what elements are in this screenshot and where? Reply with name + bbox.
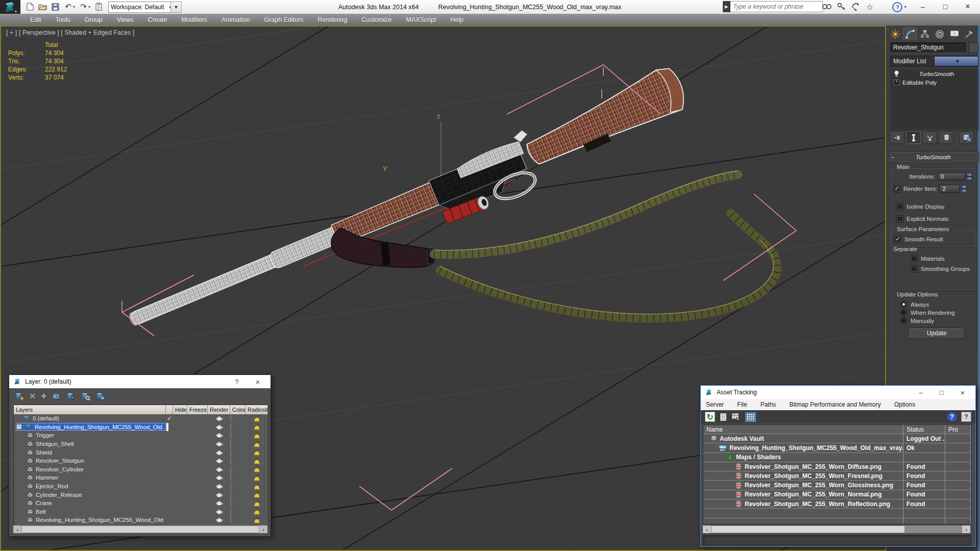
scroll-left-icon[interactable]: ‹ xyxy=(703,525,711,533)
layer-row[interactable]: Trigger xyxy=(14,431,268,440)
color-cell[interactable] xyxy=(230,432,246,438)
asset-name-cell[interactable]: PNGRevolver_Shotgun_MC_255_Worn_Normal.p… xyxy=(703,490,903,499)
asset-name-cell[interactable]: Autodesk Vault xyxy=(703,434,903,443)
render-cell[interactable] xyxy=(208,492,230,497)
layer-row[interactable]: Cylinder_Release xyxy=(14,490,268,499)
color-swatch[interactable] xyxy=(230,516,231,523)
context-help-icon[interactable]: ? xyxy=(961,412,971,422)
menu-create[interactable]: Create xyxy=(141,16,175,23)
make-unique-button[interactable] xyxy=(923,132,937,144)
object-color-swatch[interactable] xyxy=(969,42,978,53)
layer-row-name[interactable]: Belt xyxy=(27,508,166,515)
search-input[interactable] xyxy=(730,1,823,12)
table-select-icon[interactable] xyxy=(731,413,741,421)
smoothing-groups-checkbox[interactable]: ✓ xyxy=(911,265,918,272)
minimize-button[interactable]: – xyxy=(912,0,934,13)
menu-rendering[interactable]: Rendering xyxy=(311,16,355,23)
isoline-checkbox[interactable]: ✓ xyxy=(896,203,903,210)
layer-col-freeze[interactable]: Freeze xyxy=(187,405,208,414)
radiosity-cell[interactable] xyxy=(246,423,268,430)
layer-help-button[interactable]: ? xyxy=(228,378,246,386)
redo-dropdown-caret[interactable]: ▾ xyxy=(88,5,92,9)
asset-name-cell[interactable]: PNGRevolver_Shotgun_MC_255_Worn_Fresnel.… xyxy=(703,471,903,481)
save-file-button[interactable] xyxy=(49,1,62,12)
radiosity-cell[interactable] xyxy=(246,449,268,456)
color-swatch[interactable] xyxy=(230,491,231,498)
tab-motion[interactable] xyxy=(933,28,946,40)
asset-row[interactable]: Maps / Shaders xyxy=(703,453,971,462)
menu-maxscript[interactable]: MAXScript xyxy=(399,16,443,23)
new-file-button[interactable] xyxy=(23,1,36,12)
modifier-list-dropdown[interactable]: Modifier List ▼ xyxy=(890,56,978,67)
tab-modify[interactable] xyxy=(903,28,917,40)
color-cell[interactable] xyxy=(230,458,246,464)
highlight-layer-icon[interactable] xyxy=(81,392,90,400)
layer-row[interactable]: Shield xyxy=(14,448,268,457)
color-cell[interactable] xyxy=(230,466,246,472)
color-swatch[interactable] xyxy=(230,440,231,447)
asset-col-pro[interactable]: Pro xyxy=(945,425,971,434)
color-cell[interactable] xyxy=(230,441,246,447)
configure-modifier-sets-button[interactable] xyxy=(960,132,974,144)
subscription-key-icon[interactable] xyxy=(834,1,848,12)
radiosity-cell[interactable] xyxy=(246,508,268,515)
refresh-icon[interactable]: ↻ xyxy=(705,412,715,422)
add-to-layer-icon[interactable]: + xyxy=(41,391,46,402)
layer-row-name[interactable]: 0 (default) xyxy=(16,415,166,422)
web-help-icon[interactable]: ? xyxy=(947,412,957,421)
layer-row[interactable]: 0 (default)✓ xyxy=(14,414,268,423)
always-radio[interactable] xyxy=(900,301,907,308)
undo-dropdown-caret[interactable]: ▾ xyxy=(73,5,77,9)
menu-animation[interactable]: Animation xyxy=(214,16,257,23)
asset-dialog-titlebar[interactable]: Asset Tracking – □ × xyxy=(701,386,975,399)
color-swatch[interactable] xyxy=(230,483,231,490)
layer-row[interactable]: Crane xyxy=(14,499,268,508)
stack-item-turbosmooth[interactable]: TurboSmooth xyxy=(891,69,978,78)
update-button[interactable]: Update xyxy=(909,328,965,339)
search-icon[interactable] xyxy=(820,1,834,12)
color-swatch[interactable] xyxy=(230,508,231,515)
search-history-button[interactable]: ▶ xyxy=(723,1,730,12)
asset-name-cell[interactable]: MAXRevolving_Hunting_Shotgun_MC255_Wood_… xyxy=(703,443,903,453)
render-cell[interactable] xyxy=(208,433,230,438)
layer-hscrollbar[interactable]: ‹ › xyxy=(13,525,267,533)
render-iters-checkbox[interactable]: ✓ xyxy=(893,185,900,192)
layer-col-current[interactable] xyxy=(166,405,173,414)
tab-hierarchy[interactable] xyxy=(918,28,932,40)
iterations-spinner[interactable]: 0 xyxy=(938,172,965,181)
color-cell[interactable] xyxy=(230,509,246,515)
workspace-flyout-button[interactable]: ▼ xyxy=(170,2,182,13)
menu-views[interactable]: Views xyxy=(109,16,140,23)
asset-row[interactable]: PNGRevolver_Shotgun_MC_255_Worn_Glossine… xyxy=(703,481,971,490)
layer-row-name[interactable]: Revolver_Cylinder xyxy=(27,465,166,473)
color-cell[interactable] xyxy=(230,517,246,523)
current-layer-cell[interactable]: ✓ xyxy=(166,415,173,422)
stack-item-editable-poly[interactable]: + Editable Poly xyxy=(891,78,978,87)
shotgun-model[interactable] xyxy=(119,63,696,352)
layer-col-radiosity[interactable]: Radiosity xyxy=(246,405,268,414)
asset-col-name[interactable]: Name xyxy=(703,425,903,434)
render-cell[interactable] xyxy=(208,467,230,472)
color-swatch[interactable] xyxy=(230,499,231,507)
layer-row[interactable]: -Revolving_Hunting_Shotgun_MC255_Wood_Ol… xyxy=(14,423,268,432)
render-cell[interactable] xyxy=(208,458,230,463)
color-swatch[interactable] xyxy=(230,415,231,422)
list-view-icon[interactable] xyxy=(720,413,727,421)
layer-col-layers[interactable]: Layers xyxy=(14,405,166,414)
materials-checkbox[interactable]: ✓ xyxy=(911,255,918,262)
delete-layer-icon[interactable]: ✕ xyxy=(29,391,36,401)
remove-modifier-button[interactable] xyxy=(939,132,953,144)
create-layer-icon[interactable] xyxy=(14,392,24,400)
asset-menu-paths[interactable]: Paths xyxy=(761,401,776,408)
layer-row-name[interactable]: Trigger xyxy=(27,432,166,439)
tab-display[interactable] xyxy=(947,28,961,40)
radiosity-cell[interactable] xyxy=(246,483,268,490)
when-rendering-radio[interactable] xyxy=(900,309,907,316)
render-cell[interactable] xyxy=(208,484,230,489)
render-cell[interactable] xyxy=(208,517,230,522)
scroll-left-icon[interactable]: ‹ xyxy=(13,525,21,533)
layer-row-name[interactable]: Shotgun_Shell xyxy=(27,440,166,448)
hide-unhide-layer-icon[interactable] xyxy=(95,392,105,400)
menu-graph-editors[interactable]: Graph Editors xyxy=(257,16,310,23)
show-end-result-button[interactable] xyxy=(906,132,921,144)
